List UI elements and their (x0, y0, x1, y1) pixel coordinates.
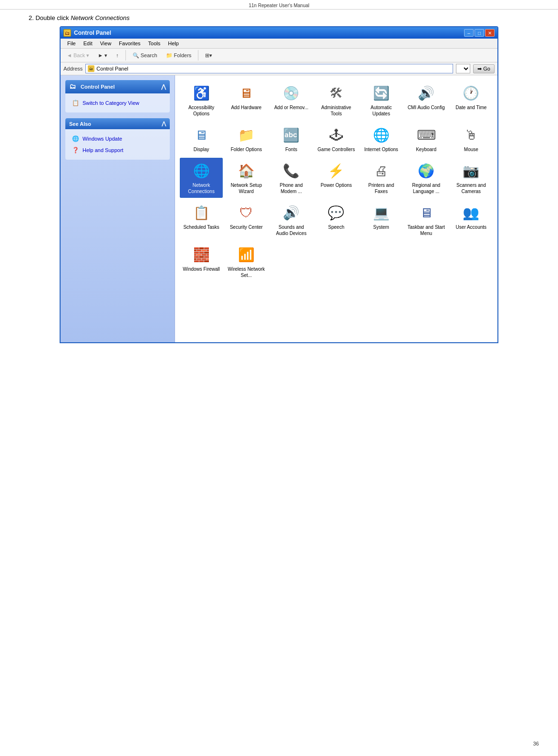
icon-label-scheduled-tasks: Scheduled Tasks (183, 224, 219, 230)
maximize-button[interactable]: □ (475, 29, 484, 37)
address-label: Address (63, 66, 83, 72)
icon-label-mouse: Mouse (464, 146, 478, 153)
icon-item-network-connections[interactable]: 🌐Network Connections (180, 158, 223, 198)
icon-item-system[interactable]: 💻System (360, 200, 403, 240)
icon-item-fonts[interactable]: 🔤Fonts (270, 122, 313, 156)
icon-item-user-accounts[interactable]: 👥User Accounts (450, 200, 493, 240)
icon-label-game-controllers: Game Controllers (318, 146, 355, 153)
icon-item-folder-options[interactable]: 📁Folder Options (225, 122, 268, 156)
icon-item-add-hardware[interactable]: 🖥Add Hardware (225, 80, 268, 120)
icon-item-security-center[interactable]: 🛡Security Center (225, 200, 268, 240)
icon-item-admin-tools[interactable]: 🛠Administrative Tools (315, 80, 358, 120)
icon-item-taskbar-start[interactable]: 🖥Taskbar and Start Menu (404, 200, 447, 240)
switch-category-link[interactable]: 📋 Switch to Category View (69, 97, 166, 109)
search-label: Search (141, 52, 157, 58)
icon-label-auto-update: Automatic Updates (362, 104, 400, 117)
views-button[interactable]: ⊞▾ (202, 51, 216, 60)
icon-item-sounds-audio[interactable]: 🔊Sounds and Audio Devices (270, 200, 313, 240)
toolbar: ◄ Back ▾ ► ▾ ↑ 🔍 Search 📁 Folders ⊞▾ (61, 49, 497, 62)
icon-image-folder-options: 📁 (237, 125, 256, 144)
icon-image-security-center: 🛡 (237, 203, 256, 222)
address-box[interactable]: 🗂 Control Panel (85, 64, 453, 73)
menu-edit[interactable]: Edit (80, 40, 96, 47)
icon-image-internet-options: 🌐 (372, 125, 391, 144)
icon-item-scanners-cameras[interactable]: 📷Scanners and Cameras (450, 158, 493, 198)
forward-icon: ► (98, 52, 103, 58)
icon-image-user-accounts: 👥 (462, 203, 481, 222)
menu-tools[interactable]: Tools (145, 40, 165, 47)
icon-item-internet-options[interactable]: 🌐Internet Options (360, 122, 403, 156)
icon-image-cmi-audio: 🔊 (417, 83, 436, 102)
icon-item-keyboard[interactable]: ⌨Keyboard (404, 122, 447, 156)
back-label: Back (73, 52, 85, 58)
instruction-prefix: 2. Double click (29, 14, 71, 21)
see-also-chevron: ⋀ (162, 121, 166, 127)
icon-item-add-remove[interactable]: 💿Add or Remov... (270, 80, 313, 120)
menu-favorites[interactable]: Favorites (115, 40, 144, 47)
menu-help[interactable]: Help (164, 40, 183, 47)
icon-item-speech[interactable]: 💬Speech (315, 200, 358, 240)
folders-button[interactable]: 📁 Folders (163, 51, 195, 60)
sidebar-panel-header[interactable]: 🗂 Control Panel ⋀ (65, 80, 170, 93)
toolbar-separator-1 (125, 50, 126, 61)
address-dropdown[interactable] (456, 64, 470, 73)
header-text: 11n Repeater User's Manual (249, 3, 310, 8)
icon-image-accessibility: ♿ (192, 83, 211, 102)
icon-image-display: 🖥 (192, 125, 211, 144)
up-button[interactable]: ↑ (113, 51, 122, 60)
icon-image-scheduled-tasks: 📋 (192, 203, 211, 222)
icon-image-admin-tools: 🛠 (327, 83, 346, 102)
windows-update-label: Windows Update (83, 136, 122, 142)
icon-label-folder-options: Folder Options (231, 146, 262, 153)
menu-view[interactable]: View (96, 40, 115, 47)
icon-label-regional-language: Regional and Language ... (407, 182, 445, 194)
icon-item-network-wizard[interactable]: 🏠Network Setup Wizard (225, 158, 268, 198)
forward-button[interactable]: ► ▾ (94, 51, 111, 60)
menu-file[interactable]: File (63, 40, 80, 47)
search-icon: 🔍 (133, 52, 139, 59)
go-arrow-icon: ➡ (477, 66, 482, 72)
icon-image-date-time: 🕐 (462, 83, 481, 102)
see-also-header[interactable]: See Also ⋀ (65, 118, 170, 129)
icon-item-printers-faxes[interactable]: 🖨Printers and Faxes (360, 158, 403, 198)
icon-item-windows-firewall[interactable]: 🧱Windows Firewall (180, 242, 223, 282)
icon-label-admin-tools: Administrative Tools (317, 104, 355, 117)
icon-item-phone-modem[interactable]: 📞Phone and Modem ... (270, 158, 313, 198)
icon-label-add-remove: Add or Remov... (274, 104, 309, 111)
switch-label: Switch to Category View (83, 100, 139, 106)
icon-image-phone-modem: 📞 (282, 161, 301, 180)
icon-item-power-options[interactable]: ⚡Power Options (315, 158, 358, 198)
icon-label-add-hardware: Add Hardware (231, 104, 261, 111)
icons-grid: ♿Accessibility Options🖥Add Hardware💿Add … (180, 80, 493, 282)
icon-image-taskbar-start: 🖥 (417, 203, 436, 222)
icon-item-wireless-network[interactable]: 📶Wireless Network Set... (225, 242, 268, 282)
main-area: 🗂 Control Panel ⋀ 📋 Switch to Category V… (61, 75, 497, 342)
icon-item-mouse[interactable]: 🖱Mouse (450, 122, 493, 156)
icon-label-keyboard: Keyboard (416, 146, 436, 153)
window-icon: 🗂 (63, 29, 71, 37)
icon-item-game-controllers[interactable]: 🕹Game Controllers (315, 122, 358, 156)
close-button[interactable]: ✕ (485, 29, 495, 37)
icon-item-auto-update[interactable]: 🔄Automatic Updates (360, 80, 403, 120)
icon-label-printers-faxes: Printers and Faxes (362, 182, 400, 194)
icon-item-regional-language[interactable]: 🌍Regional and Language ... (404, 158, 447, 198)
help-support-label: Help and Support (83, 147, 124, 153)
icon-item-cmi-audio[interactable]: 🔊CMI Audio Config (404, 80, 447, 120)
back-button[interactable]: ◄ Back ▾ (63, 51, 93, 60)
help-support-link[interactable]: ❓ Help and Support (69, 144, 166, 156)
sidebar: 🗂 Control Panel ⋀ 📋 Switch to Category V… (61, 75, 175, 342)
icon-item-date-time[interactable]: 🕐Date and Time (450, 80, 493, 120)
icon-image-scanners-cameras: 📷 (462, 161, 481, 180)
icon-item-display[interactable]: 🖥Display (180, 122, 223, 156)
go-button[interactable]: ➡ Go (473, 64, 495, 73)
icon-item-accessibility[interactable]: ♿Accessibility Options (180, 80, 223, 120)
icon-image-wireless-network: 📶 (237, 245, 256, 264)
icon-image-add-remove: 💿 (282, 83, 301, 102)
icon-label-internet-options: Internet Options (364, 146, 398, 153)
icon-item-scheduled-tasks[interactable]: 📋Scheduled Tasks (180, 200, 223, 240)
minimize-button[interactable]: – (464, 29, 474, 37)
icon-image-mouse: 🖱 (462, 125, 481, 144)
search-button[interactable]: 🔍 Search (129, 51, 161, 60)
address-bar: Address 🗂 Control Panel ➡ Go (61, 62, 497, 75)
windows-update-link[interactable]: 🌐 Windows Update (69, 133, 166, 144)
